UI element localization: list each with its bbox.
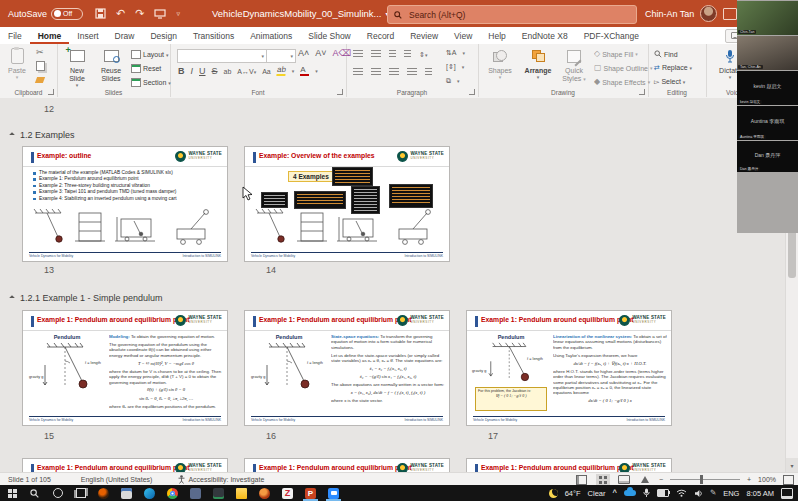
underline-button[interactable]: U [199, 67, 206, 76]
search-input[interactable] [407, 9, 630, 21]
onedrive-icon[interactable] [624, 490, 636, 496]
find-button[interactable]: Find [654, 50, 678, 58]
slide-thumbnail-20-partial[interactable]: Example 1: Pendulum around equilibrium p… [466, 458, 672, 472]
weather-desc[interactable]: Clear [588, 489, 606, 498]
tab-pdf-xchange[interactable]: PDF-XChange [576, 27, 647, 44]
slide-thumbnail-16[interactable]: Example 1: Pendulum around equilibrium p… [244, 310, 450, 426]
taskbar-app-teams[interactable] [184, 485, 207, 501]
taskbar-app-powerpoint[interactable]: P [299, 485, 322, 501]
font-dialog-launcher[interactable] [337, 89, 343, 95]
text-direction-button[interactable]: ⇅A▾ [446, 49, 465, 56]
undo-icon[interactable]: ↶ [116, 8, 125, 19]
align-right-button[interactable] [389, 68, 399, 76]
shapes-button[interactable]: Shapes▾ [484, 47, 516, 81]
taskbar-app-file-explorer[interactable] [230, 485, 253, 501]
drawing-dialog-launcher[interactable] [639, 89, 645, 95]
tab-home[interactable]: Home [30, 27, 70, 44]
convert-smartart-button[interactable]: ⧉▾ [446, 77, 460, 84]
wifi-icon[interactable] [676, 489, 687, 497]
replace-button[interactable]: ⇄ Replace▾ [654, 64, 692, 71]
show-hidden-icons-chevron[interactable]: ^ [613, 489, 617, 497]
slide-indicator[interactable]: Slide 1 of 105 [0, 476, 59, 483]
grow-font-icon[interactable]: A˄ [298, 49, 309, 58]
tab-review[interactable]: Review [402, 27, 446, 44]
zoom-in-button[interactable]: + [747, 476, 751, 483]
tab-record[interactable]: Record [359, 27, 402, 44]
zoom-slider-thumb[interactable] [700, 475, 703, 484]
taskbar-app-zotero[interactable]: Z [276, 485, 299, 501]
battery-icon[interactable] [657, 489, 669, 497]
font-color-button[interactable]: A [300, 66, 309, 76]
tab-slide-show[interactable]: Slide Show [300, 27, 359, 44]
fit-slide-to-window-icon[interactable] [783, 475, 794, 485]
section-button[interactable]: Section▾ [131, 78, 171, 87]
volume-icon[interactable] [694, 489, 703, 498]
pen-icon[interactable]: ✎ [710, 489, 716, 497]
align-left-button[interactable] [353, 68, 363, 76]
columns-button[interactable] [425, 68, 432, 76]
taskbar-app-firefox[interactable] [92, 485, 115, 501]
input-language[interactable]: ENG [723, 489, 739, 498]
microphone-tray-icon[interactable] [643, 488, 650, 498]
action-center-icon[interactable] [781, 488, 793, 499]
taskbar-search-button[interactable] [23, 485, 46, 501]
customize-qat-icon[interactable]: ▿ [176, 10, 180, 17]
slide-thumbnail-15[interactable]: Example 1: Pendulum around equilibrium p… [22, 310, 228, 426]
zoom-level[interactable]: 100% [758, 476, 776, 483]
search-box[interactable] [387, 5, 637, 24]
autosave-toggle[interactable]: Off [51, 8, 83, 20]
font-size-combobox[interactable]: ▾ [266, 49, 296, 63]
participant-audio-tile[interactable]: Dan 聂丹萍 Dan 聂丹萍 [737, 141, 798, 172]
character-spacing-button[interactable]: A↔V▾ [237, 68, 256, 75]
highlight-color-button[interactable]: ab [276, 66, 286, 76]
slide-thumbnail-13[interactable]: Example: outline WAYNE STATEUNIVERSITY T… [22, 146, 228, 262]
tab-help[interactable]: Help [480, 27, 513, 44]
taskbar-app-edge[interactable] [138, 485, 161, 501]
shape-outline-button[interactable]: ▢ Shape Outline▾ [594, 64, 652, 72]
scroll-down-button[interactable]: ▾ [786, 458, 798, 472]
tab-design[interactable]: Design [142, 27, 184, 44]
tab-draw[interactable]: Draw [107, 27, 143, 44]
participant-audio-tile[interactable]: kevin 赵启文 kevin 赵启文 [737, 71, 798, 105]
shape-effects-button[interactable]: ◆ Shape Effects▾ [594, 78, 650, 86]
slide-thumbnail-14[interactable]: Example: Overview of the examples WAYNE … [244, 146, 450, 262]
paragraph-dialog-launcher[interactable] [469, 89, 475, 95]
format-painter-icon[interactable] [36, 76, 44, 85]
weather-temp[interactable]: 64°F [565, 489, 581, 498]
taskbar-app-notes[interactable] [115, 485, 138, 501]
layout-button[interactable]: Layout▾ [131, 50, 169, 59]
text-shadow-button[interactable]: ab [224, 68, 232, 75]
save-icon[interactable] [95, 8, 106, 19]
slide-sorter-view-button[interactable] [596, 474, 610, 485]
taskbar-app-chrome[interactable] [161, 485, 184, 501]
arrange-button[interactable]: Arrange▾ [520, 47, 556, 81]
quick-styles-button[interactable]: Quick Styles ▾ [558, 47, 590, 83]
tab-file[interactable]: File [0, 27, 30, 44]
tab-view[interactable]: View [446, 27, 480, 44]
zoom-slider[interactable] [670, 479, 740, 480]
bold-button[interactable]: B [178, 67, 185, 76]
tab-endnote[interactable]: EndNote X8 [514, 27, 576, 44]
participant-audio-tile[interactable]: Auntina 李雨琪 Auntina 李雨琪 [737, 106, 798, 140]
select-button[interactable]: ▻ Select▾ [654, 78, 685, 85]
language-indicator[interactable]: English (United States) [73, 476, 161, 483]
document-title[interactable]: VehicleDynamicsMobility_00_Simulink... ▾ [212, 0, 389, 27]
taskbar-app-chat[interactable] [322, 485, 345, 501]
account-area[interactable]: Chin-An Tan [645, 0, 737, 27]
clock[interactable]: 8:05 AM [746, 489, 774, 498]
paste-button[interactable]: Paste▾ [4, 47, 30, 81]
font-name-combobox[interactable]: ▾ [177, 49, 267, 63]
taskbar-app-excel[interactable] [207, 485, 230, 501]
reading-view-button[interactable] [617, 474, 631, 485]
line-spacing-button[interactable]: ⇕▾ [419, 51, 427, 58]
shape-fill-button[interactable]: ◇ Shape Fill▾ [594, 50, 638, 58]
new-slide-button[interactable]: New Slide▾ [62, 47, 92, 89]
section-header-examples[interactable]: 1.2 Examples [10, 130, 75, 140]
section-header-example1[interactable]: 1.2.1 Example 1 - Simple pendulum [10, 293, 163, 303]
decrease-indent-button[interactable] [389, 50, 396, 58]
task-view-button[interactable] [69, 485, 92, 501]
bullets-button[interactable] [353, 50, 363, 58]
reset-button[interactable]: Reset [131, 64, 161, 73]
cortana-button[interactable] [46, 485, 69, 501]
tab-animations[interactable]: Animations [242, 27, 300, 44]
